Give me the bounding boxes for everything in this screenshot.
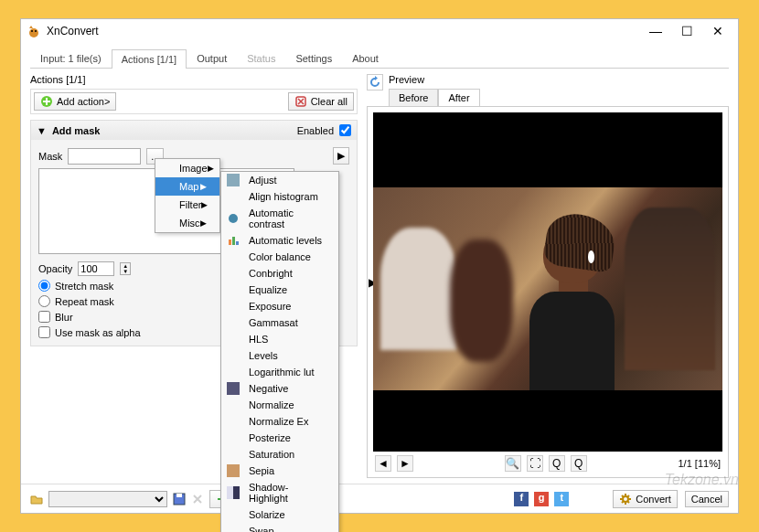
- preview-image: [373, 112, 722, 452]
- menu-exposure[interactable]: Exposure: [221, 298, 338, 314]
- fit-icon[interactable]: ⛶: [527, 455, 543, 472]
- menu-hls[interactable]: HLS: [221, 331, 338, 347]
- enabled-checkbox[interactable]: [339, 124, 351, 136]
- next-icon[interactable]: ►: [397, 455, 413, 472]
- delete-icon[interactable]: [191, 493, 204, 505]
- preview-label: Preview: [389, 74, 729, 85]
- bottombar: Export for NConvert... f g t Convert Can…: [21, 484, 738, 513]
- menu-shadow-highlight[interactable]: Shadow-Highlight: [221, 479, 338, 506]
- svg-point-2: [35, 30, 37, 32]
- play-button[interactable]: ▶: [333, 147, 349, 165]
- menu-levels[interactable]: Levels: [221, 347, 338, 364]
- tab-before[interactable]: Before: [389, 89, 438, 106]
- menu-saturation[interactable]: Saturation: [221, 446, 338, 463]
- zoom-info: 1/1 [11%]: [679, 458, 721, 469]
- tab-output[interactable]: Output: [187, 48, 237, 68]
- svg-rect-7: [229, 239, 231, 245]
- svg-rect-13: [176, 494, 182, 497]
- menu-filter[interactable]: Filter▶: [155, 196, 219, 214]
- convert-button[interactable]: Convert: [613, 490, 678, 508]
- menu-posterize[interactable]: Posterize: [221, 430, 338, 446]
- window-title: XnConvert: [47, 25, 647, 37]
- svg-rect-9: [236, 241, 239, 245]
- close-button[interactable]: ✕: [709, 22, 727, 40]
- svg-rect-8: [232, 237, 235, 245]
- menu-image[interactable]: Image▶: [155, 159, 219, 177]
- menu-automatic-contrast[interactable]: Automatic contrast: [221, 205, 338, 232]
- blur-checkbox[interactable]: [38, 311, 50, 323]
- add-action-button[interactable]: Add action>: [34, 92, 116, 111]
- plus-icon: [40, 95, 53, 108]
- svg-point-14: [623, 496, 628, 502]
- menu-log-lut[interactable]: Logarithmic lut: [221, 364, 338, 380]
- tab-status[interactable]: Status: [237, 48, 285, 68]
- refresh-icon[interactable]: [367, 74, 383, 90]
- gear-icon: [619, 493, 632, 505]
- svg-rect-11: [227, 464, 240, 477]
- menu-conbright[interactable]: Conbright: [221, 265, 338, 282]
- menu-solarize[interactable]: Solarize: [221, 506, 338, 523]
- menu-negative[interactable]: Negative: [221, 380, 338, 397]
- svg-point-0: [29, 28, 38, 37]
- menu-color-balance[interactable]: Color balance: [221, 249, 338, 265]
- tab-after[interactable]: After: [438, 89, 479, 106]
- app-window: XnConvert — ☐ ✕ Input: 1 file(s) Actions…: [20, 18, 739, 514]
- minimize-button[interactable]: —: [647, 22, 665, 40]
- tab-actions[interactable]: Actions [1/1]: [112, 49, 187, 69]
- mask-input[interactable]: [68, 148, 141, 165]
- alpha-checkbox[interactable]: [38, 326, 50, 338]
- main-tabs: Input: 1 file(s) Actions [1/1] Output St…: [30, 48, 729, 69]
- stretch-radio[interactable]: [38, 280, 50, 292]
- menu-align-histogram[interactable]: Align histogram: [221, 188, 338, 205]
- clear-all-button[interactable]: Clear all: [288, 92, 354, 111]
- mask-label: Mask: [38, 151, 62, 162]
- opacity-spinner[interactable]: ▲▼: [120, 262, 131, 275]
- menu-equalize[interactable]: Equalize: [221, 282, 338, 298]
- cancel-button[interactable]: Cancel: [685, 491, 729, 507]
- titlebar: XnConvert — ☐ ✕: [21, 19, 738, 43]
- save-icon[interactable]: [173, 493, 186, 505]
- clear-icon: [294, 95, 307, 108]
- collapse-icon[interactable]: ▼: [37, 125, 47, 136]
- preview-panel: Preview Before After ◄: [367, 74, 729, 478]
- menu-map[interactable]: Map▶: [155, 177, 219, 196]
- menu-normalize[interactable]: Normalize: [221, 397, 338, 413]
- app-icon: [27, 24, 41, 38]
- preset-select[interactable]: [48, 491, 167, 507]
- menu-swap-component[interactable]: Swap component: [221, 523, 338, 532]
- svg-point-6: [229, 214, 238, 223]
- actions-panel-label: Actions [1/1]: [30, 74, 358, 85]
- menu-gammasat[interactable]: Gammasat: [221, 314, 338, 331]
- svg-point-1: [31, 30, 33, 32]
- open-icon[interactable]: [30, 493, 43, 505]
- menu-sepia[interactable]: Sepia: [221, 463, 338, 479]
- menu-automatic-levels[interactable]: Automatic levels: [221, 232, 338, 249]
- tab-input[interactable]: Input: 1 file(s): [30, 48, 112, 68]
- menu-misc[interactable]: Misc▶: [155, 214, 219, 232]
- googleplus-icon[interactable]: g: [534, 492, 549, 506]
- opacity-label: Opacity: [38, 263, 72, 274]
- menu-adjust[interactable]: Adjust: [221, 172, 338, 188]
- add-action-menu: Image▶ Map▶ Filter▶ Misc▶: [155, 158, 220, 233]
- zoom-in-icon[interactable]: 🔍: [505, 455, 521, 472]
- twitter-icon[interactable]: t: [554, 492, 569, 506]
- svg-rect-10: [227, 382, 240, 395]
- tab-settings[interactable]: Settings: [285, 48, 342, 68]
- tab-about[interactable]: About: [342, 48, 389, 68]
- maximize-button[interactable]: ☐: [678, 22, 696, 40]
- enabled-label: Enabled: [297, 125, 334, 136]
- zoom-reset-icon[interactable]: Q: [571, 455, 587, 472]
- prev-icon[interactable]: ◄: [375, 455, 391, 472]
- menu-normalize-ex[interactable]: Normalize Ex: [221, 413, 338, 430]
- repeat-radio[interactable]: [38, 295, 50, 307]
- zoom-out-icon[interactable]: Q: [549, 455, 565, 472]
- map-submenu: Adjust Align histogram Automatic contras…: [220, 171, 339, 532]
- opacity-input[interactable]: [78, 261, 114, 276]
- facebook-icon[interactable]: f: [514, 492, 529, 506]
- action-title: Add mask: [52, 125, 292, 136]
- svg-rect-5: [227, 174, 240, 186]
